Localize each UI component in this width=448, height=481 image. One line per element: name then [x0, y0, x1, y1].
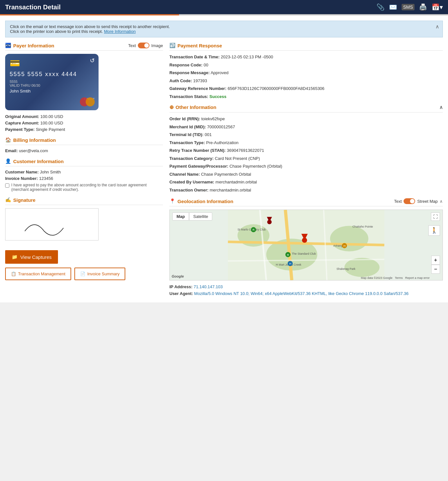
ip-address-row: IP Address: 71.140.147.103	[169, 284, 443, 290]
agreement-row: I have agreed to pay the above amount ac…	[5, 183, 163, 192]
customer-name-value: John Smith	[40, 170, 61, 174]
agreement-checkbox[interactable]	[5, 183, 9, 188]
capture-amount-label: Capture Amount:	[5, 121, 39, 125]
original-amount-row: Original Amount: 100.00 USD	[5, 114, 163, 119]
card-chip-icon: 💳	[10, 58, 94, 68]
card-small-number: 5555	[10, 80, 94, 83]
svg-point-17	[302, 238, 307, 243]
view-captures-button[interactable]: 📁 View Captures	[5, 250, 58, 264]
mastercard-yellow-circle	[86, 97, 95, 106]
response-code-value: 00	[204, 63, 208, 67]
geo-toggle-row: Text Street Map ∧	[394, 198, 443, 204]
payment-type-value: Single Payment	[36, 127, 65, 132]
ip-address-value: 71.140.147.103	[194, 284, 223, 289]
creditcard-icon: 🏧	[5, 43, 11, 48]
customer-name-label: Customer Name:	[5, 170, 39, 174]
more-information-link[interactable]: More Information	[104, 29, 136, 34]
transaction-mgmt-icon: 📋	[11, 271, 16, 276]
transaction-management-button[interactable]: 📋 Transaction Management	[5, 268, 71, 280]
txn-status-label: Transaction Status:	[169, 94, 208, 99]
print-icon[interactable]: 🖨️	[419, 3, 427, 11]
geo-collapse-icon[interactable]: ∧	[440, 199, 443, 204]
page-title: Transaction Detail	[5, 4, 61, 11]
card-refresh-icon[interactable]: ↺	[90, 57, 95, 64]
payment-response-icon: ↩️	[169, 43, 176, 48]
banner-close-icon[interactable]: ∧	[435, 24, 439, 30]
signature-area	[5, 208, 99, 240]
billing-email-value: user@vela.com	[19, 148, 48, 153]
terminal-id-row: Terminal Id (TID): 001	[169, 132, 443, 138]
svg-text:H: H	[289, 262, 291, 265]
map-tab-row: Map Satellite	[172, 212, 212, 221]
txn-date-value: 2023-12-05 02:13 PM -0500	[221, 54, 273, 59]
gateway-ref-label: Gateway Reference Number:	[169, 86, 226, 91]
map-zoom-in-button[interactable]: +	[431, 256, 440, 265]
response-code-label: Response Code:	[169, 63, 203, 67]
txn-status-value: Success	[209, 94, 226, 99]
sms-icon[interactable]: SMS	[402, 4, 415, 10]
svg-text:Chattaho Pointe: Chattaho Pointe	[352, 225, 373, 228]
google-logo: Google	[172, 274, 184, 278]
card-brand-icon	[80, 97, 95, 106]
signature-icon: ✍️	[5, 197, 11, 203]
invoice-number-label: Invoice Number:	[5, 176, 38, 181]
main-content: Click on the email or text message icon …	[0, 15, 448, 302]
invoice-summary-button[interactable]: 📄 Invoice Summary	[74, 268, 125, 280]
gateway-ref-value: 656F763D1126C70600000FFB0000FA8D41565306	[228, 86, 325, 91]
svg-text:R: R	[287, 253, 289, 257]
svg-text:R: R	[253, 228, 255, 231]
map-person-icon[interactable]: 🚶	[428, 225, 440, 236]
agreement-text: I have agreed to pay the above amount ac…	[11, 183, 163, 192]
user-agent-value: Mozilla/5.0 Windows NT 10.0; Win64; x64 …	[194, 291, 409, 296]
banner-line1: Click on the email or text message icon …	[10, 24, 438, 29]
billing-section-header: 🏠 Billing Information	[5, 137, 163, 145]
calendar-icon[interactable]: 📅▾	[432, 3, 443, 11]
geo-toggle-streetmap-label: Street Map	[417, 199, 438, 204]
billing-email-row: Email: user@vela.com	[5, 148, 163, 153]
svg-point-19	[267, 220, 272, 224]
geo-section-title: 📍 Geolocation Information	[169, 198, 394, 204]
payer-toggle-switch[interactable]	[138, 43, 149, 48]
header: Transaction Detail 📎 ✉️ SMS 🖨️ 📅▾	[0, 0, 448, 14]
paperclip-icon[interactable]: 📎	[377, 3, 385, 11]
payer-toggle-text-label: Text	[128, 43, 136, 48]
response-message-value: Approved	[211, 70, 229, 75]
original-amount-value: 100.00 USD	[40, 114, 63, 119]
card-name: John Smtih	[10, 89, 94, 93]
svg-text:Shakerag Park: Shakerag Park	[337, 267, 356, 270]
payment-response-fields: Transaction Date & Time: 2023-12-05 02:1…	[169, 54, 443, 100]
card-valid-thru: VALID THRU 06/30	[10, 83, 94, 87]
auth-code-value: 197393	[193, 78, 207, 83]
plus-icon: ⊕	[169, 104, 174, 110]
billing-email-label: Email:	[5, 148, 18, 153]
created-by-row: Created By Username: merchantadmin.orbit…	[169, 179, 443, 185]
payer-section-header-row: 🏧 Payer Information Text Image	[5, 43, 163, 51]
map-tab-satellite[interactable]: Satellite	[189, 212, 212, 221]
signature-section-header: ✍️ Signature	[5, 197, 163, 205]
email-icon[interactable]: ✉️	[389, 3, 397, 11]
customer-icon: 👤	[5, 158, 11, 164]
txn-status-row: Transaction Status: Success	[169, 93, 443, 100]
geo-section-header-row: 📍 Geolocation Information Text Street Ma…	[169, 198, 443, 206]
progress-fill	[0, 14, 179, 15]
other-info-fields: Order Id (RRN): toiekv62fxpe Merchant Id…	[169, 116, 443, 193]
geo-pin-icon: 📍	[169, 198, 176, 204]
gateway-processor-row: Payment Gateway/Processor: Chase Payment…	[169, 163, 443, 170]
map-fullscreen-icon[interactable]: ⛶	[431, 212, 440, 221]
gateway-ref-row: Gateway Reference Number: 656F763D1126C7…	[169, 85, 443, 92]
geo-toggle-switch[interactable]	[404, 198, 415, 204]
payment-response-section-header: ↩️ Payment Response	[169, 43, 443, 51]
other-info-collapse-icon[interactable]: ∧	[439, 104, 443, 110]
customer-section-header: 👤 Customer Information	[5, 158, 163, 166]
original-amount-label: Original Amount:	[5, 114, 39, 119]
signature-svg	[5, 209, 99, 241]
retry-trace-row: Retry Trace Number (STAN): 3690476913622…	[169, 147, 443, 154]
map-zoom-out-button[interactable]: −	[431, 265, 440, 274]
capture-amount-row: Capture Amount: 100.00 USD	[5, 121, 163, 125]
info-banner: Click on the email or text message icon …	[5, 21, 443, 37]
right-column: ↩️ Payment Response Transaction Date & T…	[169, 43, 443, 297]
folder-icon: 📁	[12, 254, 18, 260]
left-column: 🏧 Payer Information Text Image ↺ 💳 5555 …	[5, 43, 163, 297]
map-tab-map[interactable]: Map	[172, 212, 189, 221]
txn-owner-row: Transaction Owner: merchantadmin.orbital	[169, 187, 443, 193]
